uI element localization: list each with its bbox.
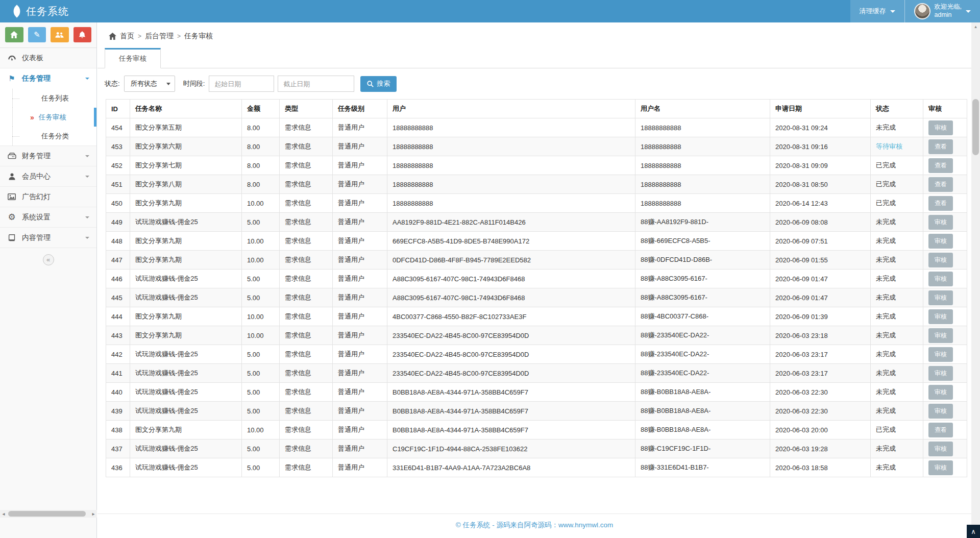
breadcrumb-admin[interactable]: 后台管理 (145, 32, 174, 41)
review-button[interactable]: 审核 (928, 442, 953, 456)
view-button[interactable]: 查看 (928, 158, 953, 173)
review-button[interactable]: 审核 (928, 404, 953, 419)
cell-status: 未完成 (871, 307, 923, 326)
cell-id: 440 (106, 383, 130, 402)
sidebar-collapse-button[interactable]: « (43, 254, 54, 265)
table-row: 445试玩游戏赚钱-佣金255.00需求信息普通用户A88C3095-6167-… (106, 288, 967, 307)
sidebar-item-task-management[interactable]: ⚑ 任务管理 (0, 68, 96, 89)
cell-name: 图文分享第九期 (130, 232, 242, 251)
scrollbar-track[interactable] (7, 511, 90, 517)
cell-amount: 5.00 (242, 270, 280, 288)
home-quick-button[interactable] (5, 27, 23, 42)
cell-user: 18888888888 (387, 194, 635, 213)
users-quick-button[interactable] (51, 27, 69, 42)
cell-date: 2020-06-03 22:30 (770, 402, 871, 421)
sidebar-item-label: 任务管理 (22, 74, 51, 83)
sidebar-item-ad-slides[interactable]: 广告幻灯 (0, 187, 96, 207)
sidebar-item-members[interactable]: 会员中心 (0, 166, 96, 187)
double-right-icon: » (30, 113, 34, 121)
sidebar-item-finance[interactable]: 财务管理 (0, 146, 96, 166)
double-left-icon: « (46, 256, 50, 263)
cell-status: 等待审核 (871, 137, 923, 156)
user-icon (7, 173, 16, 180)
sidebar-subitem-task-list[interactable]: 任务列表 (12, 89, 96, 108)
cell-user: AA8192F9-881D-4E21-882C-A811F014B426 (387, 213, 635, 232)
status-text: 未完成 (876, 350, 896, 358)
view-button[interactable]: 查看 (928, 423, 953, 437)
cell-id: 437 (106, 439, 130, 458)
review-button[interactable]: 审核 (928, 366, 953, 381)
cell-type: 需求信息 (280, 383, 333, 402)
scroll-up-arrow[interactable]: ▴ (971, 22, 980, 31)
gear-icon: ⚙ (7, 212, 16, 223)
tab-task-review[interactable]: 任务审核 (105, 48, 161, 68)
search-button[interactable]: 搜索 (360, 76, 397, 92)
cell-user: 669ECFC8-A5B5-41D9-8DE5-B748E990A172 (387, 232, 635, 251)
clear-cache-dropdown[interactable]: 清理缓存 (850, 0, 904, 22)
review-button[interactable]: 审核 (928, 253, 953, 267)
cell-amount: 8.00 (242, 156, 280, 175)
hdd-icon (7, 153, 16, 159)
view-button[interactable]: 查看 (928, 196, 953, 211)
cell-id: 444 (106, 307, 130, 326)
sidebar-subitem-task-review[interactable]: » 任务审核 (12, 108, 96, 127)
cell-name: 图文分享第九期 (130, 326, 242, 345)
cell-action: 查看 (923, 421, 967, 439)
review-button[interactable]: 审核 (928, 328, 953, 343)
cell-level: 普通用户 (333, 421, 387, 439)
scroll-left-arrow[interactable]: ◂ (0, 510, 7, 518)
app-logo[interactable]: 任务系统 (0, 0, 97, 22)
edit-quick-button[interactable]: ✎ (28, 27, 46, 42)
status-select[interactable]: 所有状态 (124, 76, 175, 92)
view-button[interactable]: 查看 (928, 139, 953, 154)
status-text: 已完成 (876, 426, 896, 433)
top-header: 任务系统 清理缓存 欢迎光临, admin (0, 0, 980, 22)
footer-link[interactable]: www.hnymwl.com (558, 521, 613, 529)
view-button[interactable]: 查看 (928, 177, 953, 192)
sidebar-item-settings[interactable]: ⚙ 系统设置 (0, 207, 96, 228)
user-menu[interactable]: 欢迎光临, admin (905, 0, 980, 22)
subitem-label: 任务分类 (41, 132, 69, 141)
breadcrumb-home[interactable]: 首页 (120, 32, 134, 41)
cell-level: 普通用户 (333, 326, 387, 345)
cell-username: 88赚-233540EC-DA22- (635, 364, 770, 383)
cell-amount: 5.00 (242, 439, 280, 458)
book-icon (7, 234, 16, 241)
sidebar-item-content[interactable]: 内容管理 (0, 228, 96, 248)
sidebar-subitem-task-category[interactable]: 任务分类 (12, 127, 96, 145)
cell-type: 需求信息 (280, 194, 333, 213)
scrollbar-thumb[interactable] (972, 99, 979, 155)
end-date-input[interactable] (278, 76, 354, 92)
cell-status: 未完成 (871, 232, 923, 251)
cell-username: 18888888888 (635, 175, 770, 194)
status-text: 未完成 (876, 369, 896, 377)
cell-username: 88赚-669ECFC8-A5B5- (635, 232, 770, 251)
cell-type: 需求信息 (280, 439, 333, 458)
cell-id: 442 (106, 345, 130, 364)
cell-user: 331E6D41-B1B7-4AA9-A1AA-7A723A2BC6A8 (387, 458, 635, 477)
review-button[interactable]: 审核 (928, 234, 953, 249)
sidebar-item-dashboard[interactable]: 仪表板 (0, 48, 96, 68)
review-button[interactable]: 审核 (928, 309, 953, 324)
review-button[interactable]: 审核 (928, 460, 953, 475)
review-button[interactable]: 审核 (928, 347, 953, 362)
review-button[interactable]: 审核 (928, 120, 953, 135)
cell-amount: 8.00 (242, 137, 280, 156)
status-text[interactable]: 等待审核 (876, 142, 902, 150)
review-button[interactable]: 审核 (928, 215, 953, 230)
column-header: 金额 (242, 100, 280, 118)
scroll-right-arrow[interactable]: ▸ (90, 510, 97, 518)
cell-date: 2020-06-09 08:08 (770, 213, 871, 232)
back-to-top-button[interactable]: ∧ (967, 525, 980, 538)
review-button[interactable]: 审核 (928, 290, 953, 305)
main-content: 首页 > 后台管理 > 任务审核 任务审核 状态: 所有状态 时间段: 搜索 (97, 22, 971, 538)
review-button[interactable]: 审核 (928, 385, 953, 400)
cell-action: 审核 (923, 439, 967, 458)
scrollbar-thumb[interactable] (8, 511, 86, 517)
review-button[interactable]: 审核 (928, 272, 953, 286)
cell-name: 试玩游戏赚钱-佣金25 (130, 383, 242, 402)
start-date-input[interactable] (209, 76, 274, 92)
notifications-quick-button[interactable] (74, 27, 92, 42)
cell-action: 查看 (923, 156, 967, 175)
cell-action: 审核 (923, 364, 967, 383)
